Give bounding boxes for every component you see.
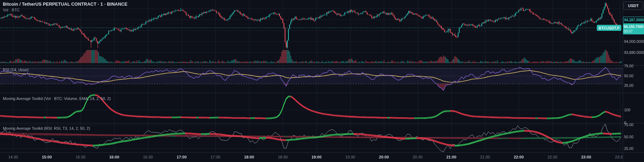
mat-volume-pane-title[interactable]: Moving Average Toolkit (Vol · BTC: Volum… (3, 96, 111, 101)
scale-tick-price: 94,000.0000 (624, 39, 644, 44)
time-label: 23:30 (615, 155, 623, 159)
time-label: 20:30 (413, 155, 423, 159)
scale-tick-mat_rsi: 75.00 (624, 123, 633, 127)
scale-tick-rsi: 50.00 (624, 74, 633, 78)
time-label: 17:30 (210, 155, 220, 159)
trading-chart-window: Bitcoin / TetherUS PERPETUAL CONTRACT · … (0, 0, 644, 162)
time-label: 14:30 (8, 155, 18, 159)
scale-tick-price: 93,880.0000 (624, 50, 644, 55)
scale-tick-mat_rsi: 25.00 (624, 146, 633, 151)
rsi-pane-title[interactable]: RSI (14, close) (3, 68, 29, 72)
scale-tick-rsi: 75.00 (624, 64, 633, 68)
time-label: 18:30 (278, 155, 288, 159)
time-label: 19:30 (345, 155, 355, 159)
bar-countdown: 00:07 (624, 30, 644, 33)
scale-tick-mat_rsi: 50.00 (624, 135, 633, 139)
time-label: 20:00 (379, 155, 389, 159)
current-price-value: 94,150.7000 (624, 25, 644, 29)
secondary-price-label: 94,187.3000 (623, 17, 644, 24)
time-label: 15:00 (42, 155, 52, 159)
time-label: 19:00 (312, 155, 321, 159)
chart-canvas[interactable] (0, 0, 644, 162)
symbol-title[interactable]: Bitcoin / TetherUS PERPETUAL CONTRACT · … (3, 2, 127, 7)
time-axis[interactable]: 14:3015:0015:3016:0016:3017:0017:3018:00… (0, 152, 623, 162)
symbol-tag: BTCUSDT.P (597, 25, 621, 31)
mat-rsi-pane-title[interactable]: Moving Average Toolkit (RSI: RSI, T3, 14… (3, 126, 90, 130)
time-label: 17:00 (177, 155, 187, 159)
time-label: 23:00 (581, 155, 591, 159)
time-label: 16:00 (109, 155, 119, 159)
scale-tick-mat_volume: 100 (624, 108, 631, 112)
volume-indicator-title[interactable]: Vol · BTC (3, 8, 20, 12)
scale-tick-rsi: 25.00 (624, 83, 633, 88)
time-label: 22:00 (514, 155, 524, 159)
time-label: 21:00 (446, 155, 456, 159)
time-label: 18:00 (244, 155, 254, 159)
time-label: 22:30 (547, 155, 557, 159)
time-label: 21:30 (480, 155, 490, 159)
time-label: 15:30 (76, 155, 86, 159)
time-label: 16:30 (143, 155, 153, 159)
current-price-label: 94,150.7000 00:07 (623, 24, 644, 34)
